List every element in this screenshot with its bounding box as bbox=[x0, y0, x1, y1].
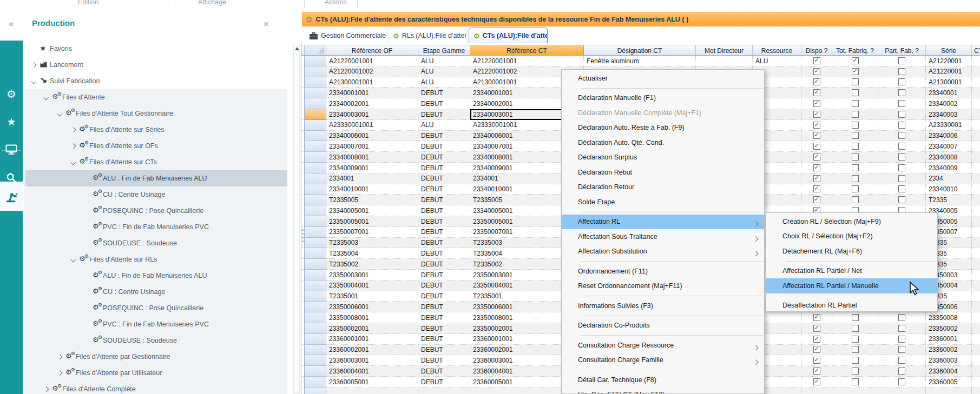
cell[interactable]: DEBUT bbox=[418, 184, 470, 195]
checkbox-cell[interactable] bbox=[832, 184, 878, 195]
cell[interactable]: DEBUT bbox=[418, 345, 470, 356]
chevron-right-icon[interactable] bbox=[69, 142, 77, 150]
cell[interactable]: DEBUT bbox=[418, 88, 470, 98]
checkbox-cell[interactable]: ✓ bbox=[801, 141, 832, 152]
row-header[interactable] bbox=[305, 302, 326, 312]
robot-arm-icon[interactable] bbox=[0, 182, 23, 211]
cell-serie[interactable]: 23360001 bbox=[926, 334, 972, 345]
checkbox-unchecked-icon[interactable] bbox=[898, 78, 905, 85]
row-header[interactable] bbox=[305, 334, 326, 345]
checkbox-unchecked-icon[interactable] bbox=[852, 100, 859, 107]
context-menu-item[interactable]: Affectation Sous-Traitance bbox=[562, 229, 764, 244]
cell[interactable]: T2335005 bbox=[326, 195, 418, 205]
cell[interactable] bbox=[926, 388, 972, 394]
checkbox-unchecked-icon[interactable] bbox=[852, 143, 859, 150]
cell[interactable]: ALU bbox=[753, 56, 801, 66]
tab-cts[interactable]: ⚙CTs (ALU):File d'attent... bbox=[469, 28, 548, 43]
star-icon[interactable]: ★ bbox=[0, 116, 23, 128]
checkbox-cell[interactable]: ✓ bbox=[801, 109, 832, 120]
column-header[interactable]: Référence OF bbox=[326, 45, 418, 55]
cell[interactable] bbox=[972, 195, 980, 205]
cell[interactable]: DEBUT bbox=[418, 163, 470, 173]
row-header[interactable] bbox=[305, 141, 326, 152]
checkbox-unchecked-icon[interactable] bbox=[852, 175, 859, 182]
cell[interactable] bbox=[972, 88, 980, 98]
cell-serie[interactable]: 23350008 bbox=[926, 312, 972, 323]
cell[interactable]: 23360004001 bbox=[326, 366, 418, 377]
context-menu-item[interactable]: Reset Ordonnancement (Maj+F11) bbox=[562, 279, 764, 294]
cell-serie[interactable]: 23340008 bbox=[926, 152, 972, 163]
cell[interactable]: DEBUT bbox=[418, 173, 470, 184]
chevron-down-icon[interactable] bbox=[42, 94, 50, 101]
row-header[interactable] bbox=[305, 238, 326, 249]
chevron-down-icon[interactable] bbox=[30, 77, 37, 85]
cell[interactable]: T2335004 bbox=[326, 248, 418, 259]
checkbox-cell[interactable] bbox=[878, 323, 926, 334]
checkbox-checked-icon[interactable]: ✓ bbox=[852, 57, 859, 64]
cell[interactable]: 23350002001 bbox=[326, 323, 418, 334]
context-menu-item[interactable]: Informations Suivies (F3) bbox=[562, 298, 764, 313]
checkbox-cell[interactable] bbox=[878, 195, 926, 205]
cell[interactable]: 23350006001 bbox=[326, 302, 418, 312]
cell[interactable]: A21220001001 bbox=[326, 56, 418, 66]
cell[interactable] bbox=[972, 270, 980, 281]
cell[interactable] bbox=[972, 216, 980, 227]
cell[interactable] bbox=[972, 152, 980, 163]
checkbox-cell[interactable] bbox=[832, 109, 878, 120]
cell[interactable]: DEBUT bbox=[418, 195, 470, 205]
cell[interactable] bbox=[972, 345, 980, 356]
checkbox-cell[interactable]: ✓ bbox=[801, 323, 832, 334]
checkbox-checked-icon[interactable]: ✓ bbox=[813, 314, 820, 321]
checkbox-cell[interactable]: ✓ bbox=[801, 195, 832, 205]
checkbox-cell[interactable]: ✓ bbox=[801, 131, 832, 142]
cell[interactable]: 23350003001 bbox=[326, 270, 418, 281]
cell[interactable]: DEBUT bbox=[418, 281, 470, 291]
checkbox-unchecked-icon[interactable] bbox=[852, 346, 859, 353]
row-header[interactable] bbox=[305, 152, 326, 163]
cell[interactable]: A21300001001 bbox=[326, 77, 418, 88]
checkbox-cell[interactable]: ✓ bbox=[801, 66, 832, 77]
checkbox-checked-icon[interactable]: ✓ bbox=[813, 89, 820, 96]
checkbox-checked-icon[interactable]: ✓ bbox=[813, 175, 820, 182]
tree-item[interactable]: Suivi Fabrication bbox=[25, 73, 287, 89]
row-header[interactable] bbox=[305, 98, 326, 109]
checkbox-unchecked-icon[interactable] bbox=[852, 325, 859, 332]
tree-item[interactable]: ⚙⚙CU : Centre Usinage bbox=[25, 284, 287, 300]
checkbox-unchecked-icon[interactable] bbox=[898, 111, 905, 118]
tree-item[interactable]: ⚙⚙PVC : Fin de Fab Menuiseries PVC bbox=[25, 316, 287, 332]
checkbox-checked-icon[interactable]: ✓ bbox=[813, 122, 820, 129]
cell[interactable]: 23360001001 bbox=[326, 334, 418, 345]
checkbox-unchecked-icon[interactable] bbox=[898, 378, 905, 385]
checkbox-cell[interactable] bbox=[832, 345, 878, 356]
cell[interactable]: DEBUT bbox=[418, 109, 470, 120]
checkbox-cell[interactable] bbox=[878, 109, 926, 120]
cell[interactable] bbox=[418, 388, 470, 394]
checkbox-cell[interactable]: ✓ bbox=[801, 152, 832, 163]
cell-serie[interactable]: 23360003 bbox=[926, 355, 972, 366]
tree-item[interactable]: ★Favoris bbox=[25, 41, 287, 57]
checkbox-cell[interactable] bbox=[832, 366, 878, 377]
checkbox-cell[interactable] bbox=[878, 377, 926, 388]
tab-rls[interactable]: ⚙RLs (ALU):File d'attent... bbox=[389, 29, 466, 43]
checkbox-unchecked-icon[interactable] bbox=[852, 357, 859, 364]
cell[interactable] bbox=[972, 173, 980, 184]
tree-item[interactable]: ⚙⚙SOUDEUSE : Soudeuse bbox=[25, 235, 287, 251]
checkbox-unchecked-icon[interactable] bbox=[898, 368, 905, 375]
checkbox-checked-icon[interactable]: ✓ bbox=[852, 68, 859, 75]
checkbox-checked-icon[interactable]: ✓ bbox=[813, 100, 820, 107]
cell[interactable]: DEBUT bbox=[418, 270, 470, 281]
cell[interactable]: 23340003001 bbox=[326, 109, 418, 120]
column-header[interactable]: Tot. Fabriq. ? bbox=[832, 45, 878, 55]
checkbox-unchecked-icon[interactable] bbox=[852, 132, 859, 139]
cell-serie[interactable]: 2334 bbox=[926, 173, 972, 184]
context-menu-item[interactable]: Consultation Charge Ressource bbox=[562, 338, 764, 353]
cell-serie[interactable]: 23340009 bbox=[926, 163, 972, 173]
cell[interactable] bbox=[972, 227, 980, 238]
checkbox-cell[interactable] bbox=[832, 312, 878, 323]
checkbox-unchecked-icon[interactable] bbox=[898, 164, 905, 171]
chevron-right-icon[interactable] bbox=[69, 126, 77, 133]
tree-item[interactable]: ⚙⚙Files d'Attente par Utilisateur bbox=[25, 365, 287, 381]
cell[interactable]: DEBUT bbox=[418, 205, 470, 216]
checkbox-unchecked-icon[interactable] bbox=[852, 78, 859, 85]
checkbox-cell[interactable]: ✓ bbox=[801, 98, 832, 109]
